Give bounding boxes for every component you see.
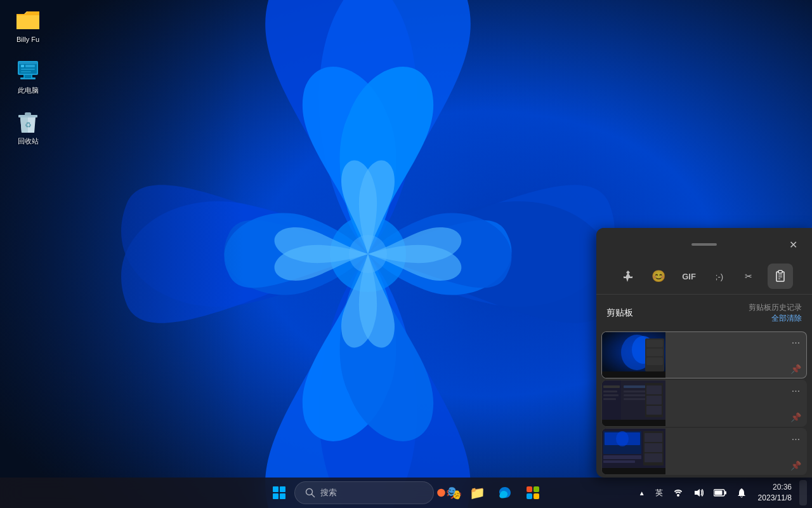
clipboard-header: 剪贴板 剪贴板历史记录 全部清除	[596, 295, 812, 329]
store-icon	[526, 486, 540, 500]
svg-point-28	[677, 494, 679, 497]
svg-rect-12	[25, 65, 35, 67]
svg-rect-59	[646, 385, 662, 394]
file-explorer-button[interactable]: 📁	[464, 480, 490, 505]
notification-icon[interactable]	[733, 485, 750, 500]
svg-rect-20	[273, 493, 278, 499]
panel-header: ✕	[596, 228, 812, 258]
clear-all-button[interactable]: 全部清除	[771, 313, 802, 324]
clip-pin-1[interactable]: 📌	[789, 363, 802, 375]
taskbar-right: ▲ 英	[635, 480, 807, 505]
svg-rect-14	[21, 71, 31, 72]
svg-rect-69	[645, 433, 662, 442]
svg-text:✂: ✂	[745, 271, 752, 281]
clip-item-3[interactable]: ··· 📌	[601, 428, 807, 475]
battery-icon[interactable]	[710, 486, 730, 500]
clip-more-1[interactable]: ···	[790, 336, 801, 350]
svg-rect-27	[534, 493, 539, 499]
clip-thumbnail-1	[602, 332, 665, 378]
search-label: 搜索	[320, 487, 337, 498]
network-svg	[673, 488, 683, 498]
svg-rect-30	[714, 491, 722, 495]
svg-rect-21	[280, 493, 285, 499]
start-button[interactable]	[266, 480, 292, 505]
thumbnail-svg-1	[602, 332, 665, 378]
svg-rect-51	[603, 391, 617, 392]
clip-pin-3[interactable]: 📌	[789, 459, 802, 472]
language-text: 英	[655, 488, 663, 498]
emoji-icon: 😊	[652, 269, 665, 283]
svg-rect-74	[602, 468, 665, 474]
svg-rect-53	[603, 398, 616, 400]
search-icon	[305, 488, 315, 498]
svg-rect-50	[603, 385, 620, 388]
svg-rect-16	[25, 112, 31, 116]
tab-clipboard[interactable]	[768, 264, 793, 289]
kaomoji-icon: ;-)	[716, 272, 723, 281]
svg-rect-11	[21, 65, 24, 67]
desktop-icon-recycle-bin[interactable]: ♻ 回收站	[5, 107, 51, 148]
svg-rect-62	[602, 420, 665, 426]
tab-kaomoji[interactable]: ;-)	[707, 264, 732, 289]
svg-rect-24	[527, 486, 532, 492]
clipboard-list: ··· 📌	[596, 329, 812, 478]
folder-icon	[15, 8, 41, 33]
tab-symbols[interactable]: ✂	[737, 264, 763, 289]
volume-icon[interactable]	[690, 485, 707, 500]
tab-gif[interactable]: GIF	[676, 264, 702, 289]
clipboard-subtitle[interactable]: 剪贴板历史记录 全部清除	[749, 302, 802, 324]
svg-rect-61	[646, 406, 662, 415]
network-icon[interactable]	[669, 485, 687, 500]
svg-rect-42	[602, 371, 665, 378]
desktop-icon-this-pc[interactable]: 此电脑	[5, 56, 51, 97]
svg-rect-7	[19, 62, 37, 64]
clip-actions-3: ··· 📌	[789, 432, 802, 472]
search-bar[interactable]: 搜索	[294, 481, 434, 504]
clip-thumbnail-3	[602, 429, 665, 474]
widgets-button[interactable]: 🎭	[436, 480, 462, 505]
widgets-emoji: 🎭	[446, 485, 462, 500]
time: 20:36	[758, 482, 792, 493]
clip-item-2[interactable]: ··· 📌	[601, 380, 807, 427]
clip-item-1[interactable]: ··· 📌	[601, 331, 807, 378]
tab-emoji[interactable]: 😊	[646, 264, 671, 289]
clip-info-2	[665, 380, 806, 426]
edge-button[interactable]	[492, 480, 518, 505]
clip-pin-2[interactable]: 📌	[789, 411, 802, 424]
clip-actions-2: ··· 📌	[789, 384, 802, 424]
clock[interactable]: 20:36 2023/11/8	[753, 482, 797, 504]
clip-item-2-inner	[602, 380, 806, 426]
tab-pin[interactable]	[615, 264, 641, 289]
clipboard-panel: ✕ 😊 GIF ;-) ✂	[596, 228, 812, 478]
panel-drag-handle[interactable]	[691, 243, 717, 246]
panel-content: 剪贴板 剪贴板历史记录 全部清除	[596, 295, 812, 478]
clip-info-3	[665, 429, 806, 474]
folder-label: Billy Fu	[16, 36, 39, 44]
svg-rect-60	[646, 396, 662, 404]
date: 2023/11/8	[758, 493, 792, 504]
svg-rect-18	[273, 486, 278, 492]
svg-line-23	[311, 494, 315, 497]
clip-more-2[interactable]: ···	[790, 384, 801, 398]
gif-icon: GIF	[682, 272, 696, 281]
symbols-icon: ✂	[743, 270, 756, 283]
recycle-icon: ♻	[15, 109, 41, 135]
show-desktop[interactable]	[799, 480, 807, 505]
svg-rect-72	[603, 455, 641, 459]
store-button[interactable]	[520, 480, 546, 505]
svg-rect-45	[646, 349, 663, 356]
battery-svg	[714, 488, 726, 497]
panel-tabs: 😊 GIF ;-) ✂	[596, 258, 812, 295]
desktop-icon-billy-fu[interactable]: Billy Fu	[5, 5, 51, 46]
panel-close-button[interactable]: ✕	[784, 236, 802, 253]
computer-icon	[15, 58, 41, 84]
clip-more-3[interactable]: ···	[790, 432, 801, 446]
clipboard-icon	[774, 270, 787, 283]
thumbnail-svg-3	[602, 429, 665, 474]
svg-rect-31	[724, 491, 726, 495]
svg-rect-73	[603, 460, 635, 463]
language-indicator[interactable]: 英	[652, 485, 667, 501]
tray-expand[interactable]: ▲	[635, 487, 649, 499]
svg-point-67	[616, 431, 629, 446]
edge-icon	[498, 486, 512, 500]
